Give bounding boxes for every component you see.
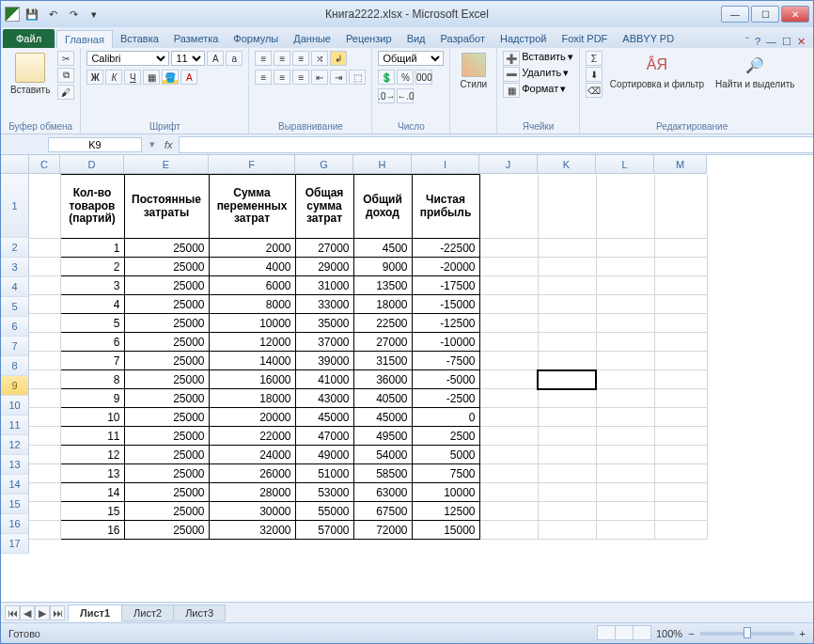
cell[interactable]: 25000	[124, 314, 209, 333]
cell[interactable]: 31500	[353, 352, 412, 370]
grow-font-icon[interactable]: A	[207, 51, 224, 66]
cell[interactable]: 2	[60, 258, 124, 276]
cell[interactable]	[479, 446, 538, 464]
cell[interactable]: 72000	[353, 521, 412, 540]
cell[interactable]	[29, 502, 60, 521]
cell[interactable]	[479, 502, 538, 521]
cell[interactable]: 58500	[353, 464, 412, 483]
cell[interactable]	[479, 258, 538, 276]
cell[interactable]: 7500	[412, 464, 479, 483]
cell[interactable]: 40500	[353, 389, 412, 408]
formula-input[interactable]	[179, 136, 813, 153]
row-header-6[interactable]: 6	[1, 317, 29, 337]
cell[interactable]: 57000	[295, 521, 353, 540]
cell[interactable]: -2500	[412, 389, 479, 408]
cell[interactable]	[596, 239, 654, 258]
cell[interactable]: 6	[60, 333, 124, 352]
styles-button[interactable]: Стили	[456, 51, 491, 91]
row-header-12[interactable]: 12	[1, 435, 29, 455]
cell[interactable]: 43000	[295, 389, 353, 408]
row-header-8[interactable]: 8	[1, 356, 29, 376]
cell[interactable]: 14	[60, 483, 124, 502]
decrease-decimal-icon[interactable]: ←.0	[397, 88, 414, 103]
cell[interactable]: 36000	[353, 370, 412, 389]
cell[interactable]: 25000	[124, 333, 209, 352]
cell[interactable]: 12	[60, 446, 124, 464]
find-select-button[interactable]: 🔎 Найти и выделить	[712, 51, 798, 91]
cell[interactable]	[596, 352, 654, 370]
cell[interactable]: 4000	[209, 258, 295, 276]
wrap-text-button[interactable]: ↲	[330, 51, 347, 66]
cell[interactable]: 30000	[209, 502, 295, 521]
window-minimize-icon[interactable]: —	[766, 36, 776, 48]
cell[interactable]: 4	[60, 295, 124, 314]
cell[interactable]	[654, 521, 707, 540]
ribbon-tab-данные[interactable]: Данные	[286, 30, 338, 48]
cell[interactable]	[596, 370, 654, 389]
ribbon-tab-разметка[interactable]: Разметка	[166, 30, 227, 48]
cell[interactable]: 25000	[124, 352, 209, 370]
cell[interactable]: 2500	[412, 427, 479, 446]
cell[interactable]	[654, 239, 707, 258]
column-header-F[interactable]: F	[209, 155, 295, 174]
delete-cells-button[interactable]: ➖Удалить▾	[503, 67, 569, 82]
autosum-icon[interactable]: Σ	[586, 51, 603, 66]
cell[interactable]	[538, 389, 596, 408]
cell[interactable]: 67500	[353, 502, 412, 521]
row-header-15[interactable]: 15	[1, 495, 29, 514]
cell[interactable]: 5	[60, 314, 124, 333]
cell[interactable]	[479, 352, 538, 370]
cell[interactable]	[479, 464, 538, 483]
cut-icon[interactable]: ✂	[57, 51, 74, 66]
minimize-ribbon-icon[interactable]: ˇ	[745, 36, 749, 48]
cell[interactable]: 7	[60, 352, 124, 370]
align-right-icon[interactable]: ≡	[292, 70, 309, 85]
row-header-2[interactable]: 2	[1, 238, 29, 258]
cell[interactable]	[29, 239, 60, 258]
merge-button[interactable]: ⬚	[349, 70, 366, 85]
cell[interactable]	[538, 239, 596, 258]
cell[interactable]: 25000	[124, 295, 209, 314]
column-header-G[interactable]: G	[295, 155, 353, 174]
header-cell[interactable]	[654, 175, 707, 239]
cell[interactable]	[654, 370, 707, 389]
row-header-7[interactable]: 7	[1, 337, 29, 356]
row-header-10[interactable]: 10	[1, 396, 29, 416]
cell[interactable]	[654, 502, 707, 521]
cell[interactable]: 16	[60, 521, 124, 540]
cell[interactable]: 9000	[353, 258, 412, 276]
cell[interactable]: 13500	[353, 276, 412, 295]
cell[interactable]	[538, 314, 596, 333]
cell[interactable]	[29, 276, 60, 295]
row-header-11[interactable]: 11	[1, 416, 29, 435]
format-painter-icon[interactable]: 🖌	[57, 85, 74, 100]
cell[interactable]	[29, 446, 60, 464]
cell[interactable]	[479, 389, 538, 408]
cell[interactable]: 8	[60, 370, 124, 389]
cell[interactable]	[596, 295, 654, 314]
column-header-M[interactable]: M	[654, 155, 707, 174]
column-header-J[interactable]: J	[479, 155, 538, 174]
italic-button[interactable]: К	[105, 70, 122, 85]
redo-icon[interactable]: ↷	[65, 6, 82, 23]
cell[interactable]: 22500	[353, 314, 412, 333]
cell[interactable]	[538, 427, 596, 446]
cell[interactable]	[479, 295, 538, 314]
cell[interactable]	[596, 427, 654, 446]
ribbon-tab-рецензир[interactable]: Рецензир	[338, 30, 399, 48]
cell[interactable]: -7500	[412, 352, 479, 370]
font-name-select[interactable]: Calibri	[86, 51, 169, 66]
cell[interactable]	[29, 295, 60, 314]
cell[interactable]	[538, 521, 596, 540]
cell[interactable]: 5000	[412, 446, 479, 464]
sheet-nav-next-icon[interactable]: ▶	[35, 605, 50, 620]
cell[interactable]: 15000	[412, 521, 479, 540]
insert-cells-button[interactable]: ➕Вставить▾	[503, 51, 573, 66]
cell[interactable]	[596, 483, 654, 502]
cell[interactable]	[29, 352, 60, 370]
cell[interactable]	[29, 370, 60, 389]
header-cell[interactable]: Постоянные затраты	[124, 175, 209, 239]
row-header-4[interactable]: 4	[1, 277, 29, 297]
cell[interactable]: 13	[60, 464, 124, 483]
ribbon-tab-вставка[interactable]: Вставка	[113, 30, 166, 48]
